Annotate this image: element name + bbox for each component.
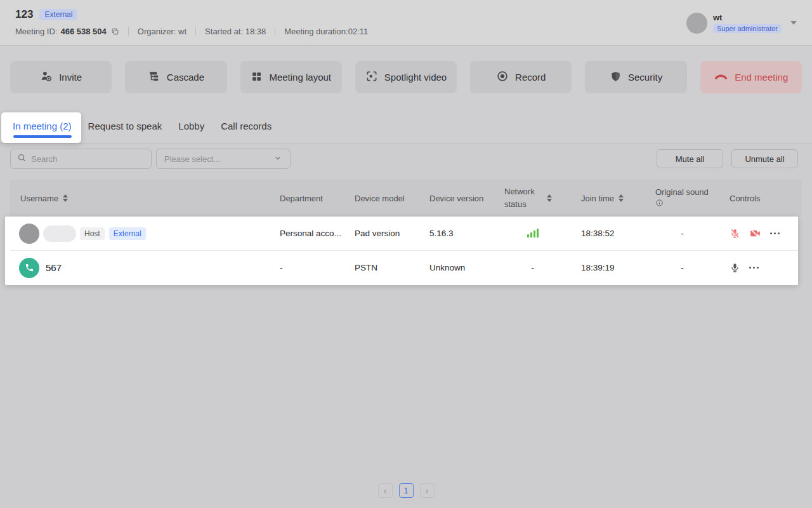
action-toolbar: Invite Cascade Meeting layout Spotlight …: [0, 46, 812, 108]
chevron-down-icon: [273, 154, 282, 164]
more-actions-button[interactable]: [749, 264, 759, 271]
top-header: 123 External Meeting ID: 466 538 504 Org…: [0, 0, 812, 46]
cell-original-sound: -: [645, 229, 719, 238]
more-actions-button[interactable]: [770, 230, 780, 237]
invite-label: Invite: [59, 72, 82, 83]
redacted-username: [43, 225, 76, 242]
cell-join-time: 18:38:52: [571, 229, 645, 238]
column-department: Department: [270, 194, 344, 203]
sort-icon[interactable]: [547, 194, 552, 202]
search-icon: [17, 153, 27, 165]
filter-select[interactable]: Please select...: [156, 149, 291, 169]
security-label: Security: [628, 72, 662, 83]
cell-device-version: Unknown: [419, 263, 494, 272]
cell-network-status: [494, 228, 571, 239]
next-page-button[interactable]: ›: [420, 483, 435, 498]
duration-label: Meeting duration:02:11: [284, 27, 368, 36]
column-controls: Controls: [719, 194, 802, 203]
cell-device-version: 5.16.3: [419, 229, 494, 238]
cascade-icon: [148, 70, 160, 84]
search-input[interactable]: [31, 154, 145, 164]
copy-icon[interactable]: [111, 27, 119, 36]
tab-call-records[interactable]: Call records: [221, 108, 272, 144]
mic-on-icon[interactable]: [730, 262, 740, 273]
select-placeholder: Please select...: [164, 154, 220, 164]
camera-off-icon[interactable]: [749, 228, 761, 239]
end-call-icon: [714, 70, 728, 84]
page-number-button[interactable]: 1: [399, 483, 414, 498]
invite-icon: [40, 70, 53, 84]
cell-network-status: -: [494, 263, 571, 272]
divider: [275, 27, 275, 36]
table-row: Host External Personal acco... Pad versi…: [10, 217, 798, 250]
meeting-layout-button[interactable]: Meeting layout: [240, 61, 342, 93]
user-name: wt: [713, 13, 722, 22]
chevron-down-icon[interactable]: [790, 21, 797, 25]
cell-department: Personal acco...: [270, 229, 344, 238]
end-meeting-label: End meeting: [735, 72, 788, 83]
signal-strength-icon: [527, 228, 539, 237]
external-badge: External: [109, 227, 146, 240]
participant-identity: 567: [10, 258, 270, 278]
cell-device-model: Pad version: [344, 229, 419, 238]
started-at-label: Started at: 18:38: [205, 27, 266, 36]
invite-button[interactable]: Invite: [10, 61, 112, 93]
cell-original-sound: -: [645, 263, 719, 272]
layout-grid-icon: [251, 70, 263, 84]
tab-lobby[interactable]: Lobby: [178, 108, 204, 144]
tab-request-to-speak[interactable]: Request to speak: [88, 108, 162, 144]
mute-all-button[interactable]: Mute all: [657, 149, 723, 168]
tab-bar: In meeting (2) Request to speak Lobby Ca…: [0, 108, 812, 144]
tab-in-meeting[interactable]: In meeting (2): [13, 108, 72, 144]
record-label: Record: [515, 72, 546, 83]
participant-identity: Host External: [10, 224, 270, 244]
mic-muted-icon[interactable]: [730, 228, 740, 239]
avatar: [686, 13, 707, 34]
column-join-time[interactable]: Join time: [571, 194, 645, 203]
shield-icon: [610, 70, 622, 84]
spotlight-icon: [365, 70, 378, 84]
prev-page-button[interactable]: ‹: [378, 483, 393, 498]
phone-avatar-icon: [19, 258, 39, 278]
record-button[interactable]: Record: [470, 61, 572, 93]
search-box[interactable]: [10, 149, 152, 169]
end-meeting-button[interactable]: End meeting: [700, 61, 802, 93]
cell-controls: [719, 262, 798, 273]
host-badge: Host: [80, 227, 105, 240]
column-device-version: Device version: [419, 194, 494, 203]
spotlight-video-label: Spotlight video: [384, 72, 447, 83]
cell-device-model: PSTN: [344, 263, 419, 272]
unmute-all-button[interactable]: Unmute all: [731, 149, 798, 168]
cascade-button[interactable]: Cascade: [125, 61, 226, 93]
security-button[interactable]: Security: [585, 61, 686, 93]
cell-join-time: 18:39:19: [571, 263, 645, 272]
divider: [195, 27, 196, 36]
column-original-sound: Original sound: [645, 187, 719, 209]
table-row: 567 - PSTN Unknown - 18:39:19 -: [10, 250, 798, 284]
sort-icon[interactable]: [619, 194, 624, 202]
record-icon: [496, 70, 509, 84]
avatar: [19, 224, 39, 244]
column-username[interactable]: Username: [10, 194, 270, 203]
divider: [128, 27, 129, 36]
info-icon[interactable]: [655, 199, 664, 209]
meeting-layout-label: Meeting layout: [269, 72, 331, 83]
external-meeting-badge: External: [39, 9, 77, 20]
table-header: Username Department Device model Device …: [10, 180, 802, 217]
sort-icon[interactable]: [63, 194, 68, 202]
page-title: 123: [15, 8, 33, 21]
column-device-model: Device model: [344, 194, 419, 203]
meeting-id-value: 466 538 504: [60, 27, 106, 36]
participant-name: 567: [46, 262, 62, 273]
spotlight-video-button[interactable]: Spotlight video: [355, 61, 457, 93]
user-role-badge: Super administrator: [713, 24, 782, 33]
meeting-meta: Meeting ID: 466 538 504 Organizer: wt St…: [15, 27, 368, 36]
participant-rows-spotlight: Host External Personal acco... Pad versi…: [5, 217, 798, 285]
column-network-status[interactable]: Network status: [494, 185, 571, 211]
cell-controls: [719, 228, 798, 239]
pagination: ‹ 1 ›: [0, 483, 812, 498]
organizer-label: Organizer: wt: [138, 27, 187, 36]
user-menu[interactable]: wt Super administrator: [686, 13, 797, 34]
meeting-console-page: 123 External Meeting ID: 466 538 504 Org…: [0, 0, 812, 508]
cell-department: -: [270, 263, 344, 272]
